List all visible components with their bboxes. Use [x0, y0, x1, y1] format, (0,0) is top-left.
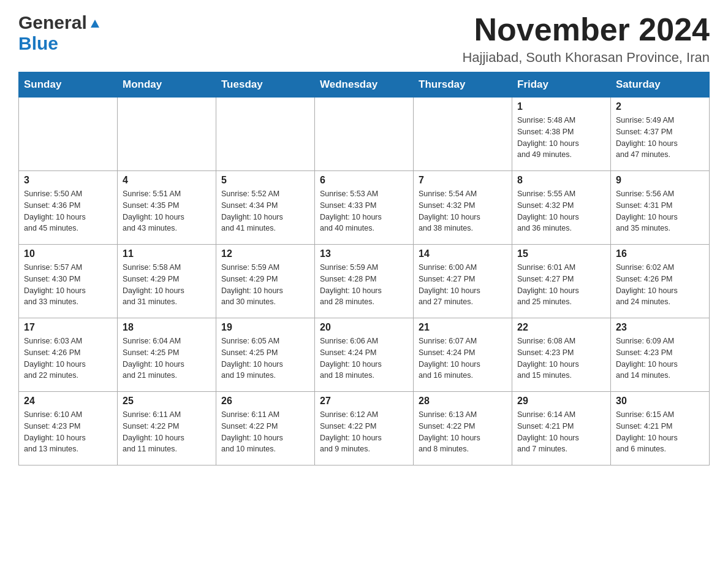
calendar-cell [216, 98, 315, 171]
calendar-week-row: 1Sunrise: 5:48 AM Sunset: 4:38 PM Daylig… [19, 98, 710, 171]
calendar-week-row: 3Sunrise: 5:50 AM Sunset: 4:36 PM Daylig… [19, 171, 710, 245]
day-number: 14 [419, 248, 507, 259]
day-number: 15 [517, 248, 605, 259]
calendar-cell: 18Sunrise: 6:04 AM Sunset: 4:25 PM Dayli… [118, 318, 216, 392]
calendar-cell: 25Sunrise: 6:11 AM Sunset: 4:22 PM Dayli… [118, 392, 216, 465]
day-number: 22 [517, 322, 605, 333]
calendar-cell [414, 98, 512, 171]
calendar-cell: 9Sunrise: 5:56 AM Sunset: 4:31 PM Daylig… [611, 171, 710, 245]
calendar-cell: 8Sunrise: 5:55 AM Sunset: 4:32 PM Daylig… [512, 171, 611, 245]
logo-blue: Blue [18, 33, 58, 53]
calendar-cell: 22Sunrise: 6:08 AM Sunset: 4:23 PM Dayli… [512, 318, 611, 392]
day-number: 9 [616, 175, 704, 186]
day-number: 2 [616, 101, 704, 112]
day-info: Sunrise: 6:14 AM Sunset: 4:21 PM Dayligh… [517, 409, 605, 455]
day-info: Sunrise: 5:49 AM Sunset: 4:37 PM Dayligh… [616, 115, 704, 161]
day-info: Sunrise: 6:03 AM Sunset: 4:26 PM Dayligh… [24, 335, 112, 381]
day-number: 21 [419, 322, 507, 333]
calendar-cell: 21Sunrise: 6:07 AM Sunset: 4:24 PM Dayli… [414, 318, 512, 392]
header: General Blue November 2024 Hajjiabad, So… [18, 12, 710, 66]
day-number: 27 [320, 396, 408, 407]
day-number: 11 [123, 248, 211, 259]
day-number: 23 [616, 322, 704, 333]
day-info: Sunrise: 5:48 AM Sunset: 4:38 PM Dayligh… [517, 115, 605, 161]
day-info: Sunrise: 5:58 AM Sunset: 4:29 PM Dayligh… [123, 262, 211, 308]
calendar-cell: 13Sunrise: 5:59 AM Sunset: 4:28 PM Dayli… [315, 245, 414, 318]
day-number: 3 [24, 175, 112, 186]
day-info: Sunrise: 5:59 AM Sunset: 4:28 PM Dayligh… [320, 262, 408, 308]
day-number: 19 [221, 322, 309, 333]
logo-general: General [18, 12, 87, 33]
day-info: Sunrise: 6:10 AM Sunset: 4:23 PM Dayligh… [24, 409, 112, 455]
calendar-table: Sunday Monday Tuesday Wednesday Thursday… [18, 72, 710, 465]
day-number: 17 [24, 322, 112, 333]
day-info: Sunrise: 6:09 AM Sunset: 4:23 PM Dayligh… [616, 335, 704, 381]
day-info: Sunrise: 5:55 AM Sunset: 4:32 PM Dayligh… [517, 188, 605, 234]
col-monday: Monday [118, 72, 216, 98]
calendar-cell: 17Sunrise: 6:03 AM Sunset: 4:26 PM Dayli… [19, 318, 118, 392]
day-info: Sunrise: 5:51 AM Sunset: 4:35 PM Dayligh… [123, 188, 211, 234]
day-number: 24 [24, 396, 112, 407]
day-info: Sunrise: 6:07 AM Sunset: 4:24 PM Dayligh… [419, 335, 507, 381]
day-info: Sunrise: 6:05 AM Sunset: 4:25 PM Dayligh… [221, 335, 309, 381]
day-info: Sunrise: 5:59 AM Sunset: 4:29 PM Dayligh… [221, 262, 309, 308]
day-info: Sunrise: 5:50 AM Sunset: 4:36 PM Dayligh… [24, 188, 112, 234]
day-info: Sunrise: 5:57 AM Sunset: 4:30 PM Dayligh… [24, 262, 112, 308]
day-info: Sunrise: 6:08 AM Sunset: 4:23 PM Dayligh… [517, 335, 605, 381]
day-info: Sunrise: 6:11 AM Sunset: 4:22 PM Dayligh… [221, 409, 309, 455]
calendar-cell [19, 98, 118, 171]
col-tuesday: Tuesday [216, 72, 315, 98]
calendar-cell: 15Sunrise: 6:01 AM Sunset: 4:27 PM Dayli… [512, 245, 611, 318]
svg-marker-0 [91, 20, 99, 28]
calendar-cell: 30Sunrise: 6:15 AM Sunset: 4:21 PM Dayli… [611, 392, 710, 465]
day-number: 1 [517, 101, 605, 112]
day-info: Sunrise: 5:56 AM Sunset: 4:31 PM Dayligh… [616, 188, 704, 234]
day-info: Sunrise: 6:02 AM Sunset: 4:26 PM Dayligh… [616, 262, 704, 308]
day-info: Sunrise: 6:11 AM Sunset: 4:22 PM Dayligh… [123, 409, 211, 455]
calendar-week-row: 10Sunrise: 5:57 AM Sunset: 4:30 PM Dayli… [19, 245, 710, 318]
day-number: 4 [123, 175, 211, 186]
day-number: 8 [517, 175, 605, 186]
calendar-cell: 5Sunrise: 5:52 AM Sunset: 4:34 PM Daylig… [216, 171, 315, 245]
calendar-cell: 23Sunrise: 6:09 AM Sunset: 4:23 PM Dayli… [611, 318, 710, 392]
logo: General Blue [18, 12, 102, 54]
calendar-cell: 16Sunrise: 6:02 AM Sunset: 4:26 PM Dayli… [611, 245, 710, 318]
day-number: 16 [616, 248, 704, 259]
day-number: 25 [123, 396, 211, 407]
day-number: 29 [517, 396, 605, 407]
col-sunday: Sunday [19, 72, 118, 98]
calendar-cell: 7Sunrise: 5:54 AM Sunset: 4:32 PM Daylig… [414, 171, 512, 245]
col-saturday: Saturday [611, 72, 710, 98]
calendar-cell: 14Sunrise: 6:00 AM Sunset: 4:27 PM Dayli… [414, 245, 512, 318]
day-number: 7 [419, 175, 507, 186]
day-info: Sunrise: 6:04 AM Sunset: 4:25 PM Dayligh… [123, 335, 211, 381]
month-title: November 2024 [462, 12, 710, 47]
location-subtitle: Hajjiabad, South Khorasan Province, Iran [462, 50, 710, 66]
day-info: Sunrise: 5:52 AM Sunset: 4:34 PM Dayligh… [221, 188, 309, 234]
header-row: Sunday Monday Tuesday Wednesday Thursday… [19, 72, 710, 98]
calendar-cell: 2Sunrise: 5:49 AM Sunset: 4:37 PM Daylig… [611, 98, 710, 171]
day-info: Sunrise: 6:15 AM Sunset: 4:21 PM Dayligh… [616, 409, 704, 455]
day-number: 26 [221, 396, 309, 407]
calendar-cell: 10Sunrise: 5:57 AM Sunset: 4:30 PM Dayli… [19, 245, 118, 318]
calendar-cell: 12Sunrise: 5:59 AM Sunset: 4:29 PM Dayli… [216, 245, 315, 318]
calendar-cell: 27Sunrise: 6:12 AM Sunset: 4:22 PM Dayli… [315, 392, 414, 465]
calendar-cell: 6Sunrise: 5:53 AM Sunset: 4:33 PM Daylig… [315, 171, 414, 245]
day-number: 20 [320, 322, 408, 333]
calendar-cell: 20Sunrise: 6:06 AM Sunset: 4:24 PM Dayli… [315, 318, 414, 392]
day-info: Sunrise: 6:06 AM Sunset: 4:24 PM Dayligh… [320, 335, 408, 381]
calendar-week-row: 24Sunrise: 6:10 AM Sunset: 4:23 PM Dayli… [19, 392, 710, 465]
calendar-week-row: 17Sunrise: 6:03 AM Sunset: 4:26 PM Dayli… [19, 318, 710, 392]
calendar-cell: 29Sunrise: 6:14 AM Sunset: 4:21 PM Dayli… [512, 392, 611, 465]
calendar-cell: 24Sunrise: 6:10 AM Sunset: 4:23 PM Dayli… [19, 392, 118, 465]
calendar-cell: 4Sunrise: 5:51 AM Sunset: 4:35 PM Daylig… [118, 171, 216, 245]
day-number: 6 [320, 175, 408, 186]
calendar-cell: 1Sunrise: 5:48 AM Sunset: 4:38 PM Daylig… [512, 98, 611, 171]
day-number: 13 [320, 248, 408, 259]
logo-triangle-icon [88, 17, 102, 30]
calendar-cell: 28Sunrise: 6:13 AM Sunset: 4:22 PM Dayli… [414, 392, 512, 465]
day-info: Sunrise: 6:01 AM Sunset: 4:27 PM Dayligh… [517, 262, 605, 308]
day-number: 30 [616, 396, 704, 407]
calendar-cell: 3Sunrise: 5:50 AM Sunset: 4:36 PM Daylig… [19, 171, 118, 245]
day-info: Sunrise: 6:13 AM Sunset: 4:22 PM Dayligh… [419, 409, 507, 455]
